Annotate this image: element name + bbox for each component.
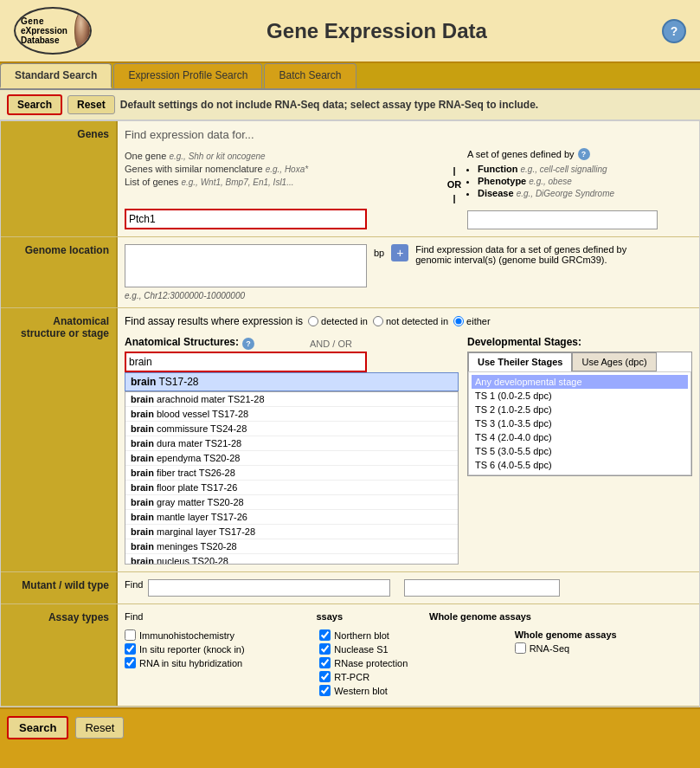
assay-rnase-checkbox[interactable] (319, 657, 331, 668)
autocomplete-item[interactable]: brain meninges TS20-28 (125, 539, 458, 554)
gene-option2: Genes with similar nomenclature e.g., Ho… (125, 164, 441, 174)
stage-item[interactable]: TS 5 (3.0-5.5 dpc) (472, 444, 688, 458)
genes-options: One gene e.g., Shh or kit oncogene Genes… (125, 148, 692, 229)
autocomplete-list: brain arachnoid mater TS21-28 brain bloo… (125, 391, 459, 565)
toolbar-message: Default settings do not include RNA-Seq … (120, 99, 538, 111)
anat-left: Anatomical Structures: ? AND / OR brain … (125, 336, 459, 565)
assay-rna-insitu-checkbox[interactable] (125, 657, 136, 668)
genome-row-inner: bp + Find expression data for a set of g… (125, 244, 692, 287)
add-interval-button[interactable]: + (391, 244, 408, 261)
assay-insitu-reporter-checkbox[interactable] (125, 643, 136, 655)
genome-find-text: Find expression data for a set of genes … (415, 244, 632, 265)
theiler-stages-tab[interactable]: Use Theiler Stages (468, 352, 572, 371)
autocomplete-item[interactable]: brain mantle layer TS17-26 (125, 510, 458, 525)
mutant-input-2[interactable] (404, 579, 560, 597)
anatomical-label: Anatomical structure or stage (1, 308, 118, 571)
genome-input[interactable] (125, 244, 367, 287)
autocomplete-item[interactable]: brain floor plate TS17-26 (125, 481, 458, 495)
expression-options: Find assay results where expression is d… (125, 315, 692, 327)
and-or-label: AND / OR (310, 339, 352, 349)
structures-title-row: Anatomical Structures: ? AND / OR (125, 336, 459, 352)
assay-rnaseq-checkbox[interactable] (515, 642, 526, 654)
mutant-find-label: Find (125, 579, 143, 590)
tab-batch[interactable]: Batch Search (264, 63, 356, 88)
form-container: Genes Find expression data for... One ge… (0, 120, 700, 707)
anatomical-row: Anatomical structure or stage Find assay… (1, 308, 699, 572)
toolbar: Search Reset Default settings do not inc… (0, 90, 700, 120)
assay-northern-checkbox[interactable] (319, 629, 331, 641)
assay-rtpcr: RT-PCR (319, 671, 497, 682)
assay-nuclease-checkbox[interactable] (319, 643, 331, 655)
help-button[interactable]: ? (662, 19, 686, 43)
gene-input-right[interactable] (467, 210, 658, 229)
tab-expression[interactable]: Expression Profile Search (113, 63, 262, 88)
autocomplete-item[interactable]: brain blood vessel TS17-28 (125, 407, 458, 422)
gene-input[interactable] (125, 209, 367, 229)
bottom-search-button[interactable]: Search (7, 716, 68, 739)
autocomplete-item[interactable]: brain marginal layer TS17-28 (125, 525, 458, 539)
bottom-reset-button[interactable]: Reset (75, 717, 124, 739)
search-button[interactable]: Search (7, 94, 62, 115)
tab-standard[interactable]: Standard Search (0, 63, 112, 88)
stage-item[interactable]: TS 1 (0.0-2.5 dpc) (472, 389, 688, 403)
autocomplete-item[interactable]: brain arachnoid mater TS21-28 (125, 392, 458, 407)
page-title: Gene Expression Data (92, 19, 662, 43)
structures-help-icon[interactable]: ? (242, 338, 254, 350)
genes-label: Genes (1, 121, 118, 236)
autocomplete-item[interactable]: brain dura mater TS21-28 (125, 436, 458, 451)
assay-rnaseq: RNA-Seq (515, 642, 692, 654)
anatomical-content: Find assay results where expression is d… (118, 308, 699, 571)
radio-either[interactable]: either (453, 316, 491, 326)
genome-hint: e.g., Chr12:3000000-10000000 (125, 291, 692, 300)
assay-rtpcr-checkbox[interactable] (319, 671, 331, 682)
radio-not-detected[interactable]: not detected in (373, 316, 448, 326)
stage-item[interactable]: TS 2 (1.0-2.5 dpc) (472, 403, 688, 416)
autocomplete-first-item[interactable]: brain TS17-28 (125, 372, 459, 391)
autocomplete-item[interactable]: brain nucleus TS20-28 (125, 554, 458, 565)
stage-item[interactable]: TS 6 (4.0-5.5 dpc) (472, 458, 688, 472)
genes-right: A set of genes defined by ? Function e.g… (467, 148, 692, 229)
stage-item[interactable]: TS 3 (1.0-3.5 dpc) (472, 416, 688, 430)
assay-immunohistochemistry-checkbox[interactable] (125, 629, 136, 641)
assay-rna-insitu: RNA in situ hybridization (125, 657, 302, 668)
logo: Gene eXpression Database (14, 7, 92, 55)
assay-find-label: Find (125, 611, 143, 622)
anatomical-input[interactable] (125, 352, 367, 372)
or-divider: | OR | (441, 148, 467, 203)
assay-col3: Whole genome assays RNA-Seq (515, 627, 692, 699)
assay-rnase: RNase protection (319, 657, 497, 668)
radio-not-detected-input[interactable] (373, 316, 383, 326)
gene-option3: List of genes e.g., Wnt1, Bmp7, En1, Isl… (125, 177, 441, 187)
ages-tab[interactable]: Use Ages (dpc) (572, 352, 656, 371)
logo-oval: Gene eXpression Database (14, 7, 92, 55)
stage-item[interactable]: TS 4 (2.0-4.0 dpc) (472, 430, 688, 444)
assay-col2-header: ssays (316, 611, 343, 622)
radio-either-input[interactable] (453, 316, 464, 326)
radio-detected-input[interactable] (308, 316, 318, 326)
assay-western: Western blot (319, 685, 497, 696)
bullet-phenotype: Phenotype e.g., obese (478, 176, 692, 186)
autocomplete-item[interactable]: brain gray matter TS20-28 (125, 495, 458, 510)
tab-bar: Standard Search Expression Profile Searc… (0, 63, 700, 90)
bullet-function: Function e.g., cell-cell signalling (478, 164, 692, 174)
assay-whole-genome-label: Whole genome assays (515, 629, 692, 640)
assay-col1: Immunohistochemistry In situ reporter (k… (125, 627, 302, 699)
radio-detected[interactable]: detected in (308, 316, 368, 326)
stages-title: Developmental Stages: (467, 336, 692, 348)
find-expression-text: Find expression data for... (125, 128, 692, 141)
mutant-input[interactable] (148, 579, 390, 597)
stages-tabs: Use Theiler Stages Use Ages (dpc) (468, 352, 691, 371)
autocomplete-item[interactable]: brain commissure TS24-28 (125, 422, 458, 436)
genome-row: Genome location bp + Find expression dat… (1, 237, 699, 308)
genes-right-title: A set of genes defined by ? (467, 148, 692, 160)
anat-right: Developmental Stages: Use Theiler Stages… (467, 336, 692, 565)
assay-western-checkbox[interactable] (319, 685, 331, 696)
autocomplete-item[interactable]: brain fiber tract TS26-28 (125, 466, 458, 481)
genes-help-icon[interactable]: ? (578, 148, 590, 160)
reset-button[interactable]: Reset (67, 95, 115, 114)
genes-row: Genes Find expression data for... One ge… (1, 121, 699, 237)
genes-left: One gene e.g., Shh or kit oncogene Genes… (125, 148, 441, 229)
header: Gene eXpression Database Gene Expression… (0, 0, 700, 63)
autocomplete-item[interactable]: brain ependyma TS20-28 (125, 451, 458, 466)
stage-item[interactable]: Any developmental stage (472, 375, 688, 389)
